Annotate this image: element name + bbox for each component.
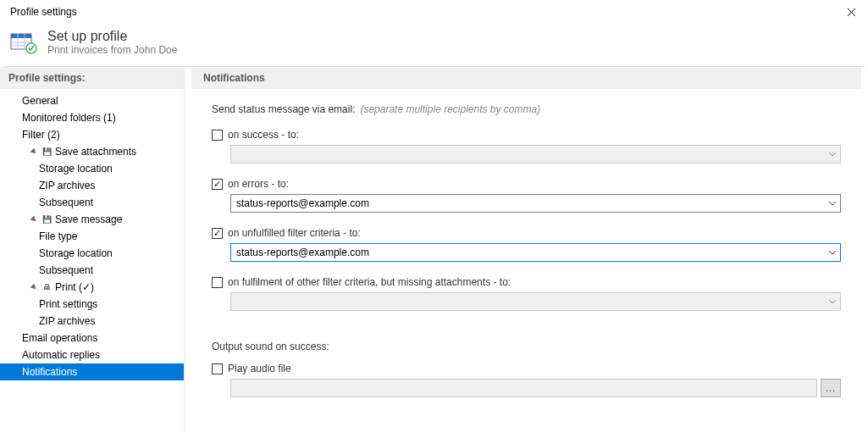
- sidebar-item-label: Subsequent: [39, 197, 93, 208]
- errors-input[interactable]: [231, 197, 825, 209]
- send-status-hint: (separate multiple recipients by comma): [360, 103, 540, 115]
- sidebar-item-label: Save message: [55, 213, 122, 225]
- sidebar-item-label: Automatic replies: [22, 349, 100, 361]
- sidebar-item-email-operations[interactable]: Email operations: [0, 330, 184, 347]
- page-title: Set up profile: [47, 29, 177, 44]
- sidebar-item-label: ZIP archives: [39, 180, 95, 191]
- play-audio-checkbox[interactable]: [212, 363, 223, 374]
- play-audio-label: Play audio file: [228, 363, 291, 374]
- success-combo[interactable]: [230, 145, 841, 164]
- sidebar-heading: Profile settings:: [0, 67, 184, 89]
- audio-path-input[interactable]: [231, 382, 816, 394]
- sidebar-item-storage-location[interactable]: Storage location: [0, 160, 184, 177]
- sidebar-item-label: Storage location: [39, 163, 113, 175]
- unfulfilled-combo[interactable]: [230, 243, 841, 262]
- page-subtitle: Print invoices from John Doe: [47, 44, 177, 56]
- header: Set up profile Print invoices from John …: [0, 24, 868, 66]
- svg-rect-3: [11, 34, 31, 38]
- close-icon: [847, 8, 856, 17]
- sound-heading: Output sound on success:: [212, 341, 329, 352]
- success-checkbox[interactable]: [212, 130, 223, 141]
- sidebar-item-filter-2[interactable]: Filter (2): [0, 126, 184, 143]
- sidebar-item-label: Storage location: [39, 247, 113, 259]
- chevron-down-icon: [825, 195, 840, 212]
- sidebar-item-label: Subsequent: [39, 264, 93, 276]
- browse-button[interactable]: ...: [821, 379, 841, 397]
- sidebar-item-storage-location[interactable]: Storage location: [0, 245, 184, 262]
- sidebar-item-subsequent[interactable]: Subsequent: [0, 262, 184, 279]
- sidebar-item-subsequent[interactable]: Subsequent: [0, 194, 184, 211]
- sidebar-item-print-settings[interactable]: Print settings: [0, 296, 184, 313]
- sidebar-item-notifications[interactable]: Notifications: [0, 363, 184, 380]
- sidebar-item-zip-archives[interactable]: ZIP archives: [0, 177, 184, 194]
- titlebar: Profile settings: [0, 0, 868, 24]
- unfulfilled-checkbox[interactable]: [212, 228, 223, 239]
- missing-label: on fulfilment of other filter criteria, …: [228, 276, 511, 288]
- sidebar-item-label: Monitored folders (1): [22, 112, 116, 124]
- sidebar-item-label: General: [22, 95, 58, 107]
- sidebar-item-save-message[interactable]: 💾Save message: [0, 211, 184, 228]
- sidebar-item-label: Print (✓): [55, 281, 94, 293]
- unfulfilled-input[interactable]: [231, 247, 825, 258]
- sidebar-item-label: Filter (2): [22, 129, 60, 141]
- chevron-down-icon: [825, 244, 840, 261]
- sidebar: Profile settings: GeneralMonitored folde…: [0, 67, 185, 432]
- audio-path-combo[interactable]: [230, 379, 817, 397]
- panel-heading: Notifications: [191, 67, 861, 89]
- chevron-down-icon: [825, 293, 840, 310]
- sidebar-item-label: Notifications: [22, 366, 77, 378]
- unfulfilled-label: on unfulfilled filter criteria - to:: [228, 227, 361, 239]
- printer-icon: 🖶: [41, 283, 52, 291]
- sidebar-item-label: Email operations: [22, 332, 97, 344]
- expander-icon[interactable]: [30, 216, 38, 224]
- disk-icon: 💾: [41, 215, 52, 224]
- sidebar-item-label: Save attachments: [55, 146, 136, 158]
- sidebar-item-automatic-replies[interactable]: Automatic replies: [0, 347, 184, 363]
- sidebar-item-label: ZIP archives: [39, 315, 95, 327]
- missing-combo[interactable]: [230, 292, 841, 311]
- profile-icon: [10, 30, 37, 54]
- disk-icon: 💾: [41, 147, 52, 156]
- close-button[interactable]: [841, 2, 861, 22]
- main: Profile settings: GeneralMonitored folde…: [0, 67, 868, 432]
- sidebar-item-monitored-folders-1[interactable]: Monitored folders (1): [0, 109, 184, 126]
- errors-combo[interactable]: [230, 194, 841, 213]
- errors-label: on errors - to:: [228, 178, 289, 190]
- success-label: on success - to:: [228, 129, 299, 141]
- sidebar-item-save-attachments[interactable]: 💾Save attachments: [0, 143, 184, 160]
- missing-input[interactable]: [231, 296, 825, 308]
- missing-checkbox[interactable]: [212, 277, 223, 288]
- sidebar-item-label: File type: [39, 230, 77, 242]
- sidebar-item-general[interactable]: General: [0, 92, 184, 109]
- chevron-down-icon: [825, 146, 840, 163]
- send-status-label: Send status message via email:: [212, 103, 355, 115]
- sidebar-item-print[interactable]: 🖶Print (✓): [0, 279, 184, 296]
- success-input[interactable]: [231, 148, 825, 160]
- sidebar-item-file-type[interactable]: File type: [0, 228, 184, 245]
- sidebar-item-label: Print settings: [39, 298, 97, 310]
- expander-icon[interactable]: [30, 284, 38, 291]
- expander-icon[interactable]: [30, 148, 38, 156]
- content-panel: Notifications Send status message via em…: [185, 67, 868, 432]
- nav-tree: GeneralMonitored folders (1)Filter (2)💾S…: [0, 89, 184, 384]
- window-title: Profile settings: [10, 6, 77, 18]
- sidebar-item-zip-archives[interactable]: ZIP archives: [0, 313, 184, 330]
- errors-checkbox[interactable]: [212, 179, 223, 190]
